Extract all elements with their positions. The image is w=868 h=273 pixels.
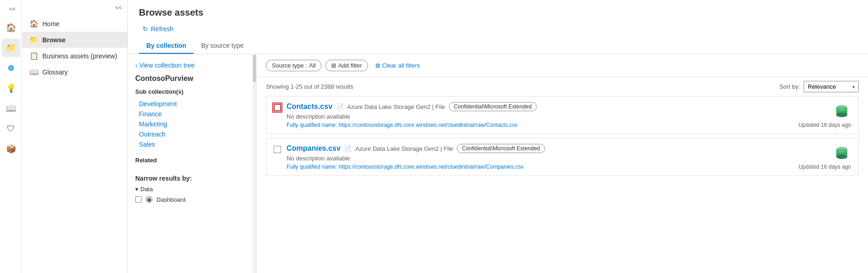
result-title-row-1: Contacts.csv 📄 Azure Data Lake Storage G… bbox=[287, 102, 827, 111]
result-type-icon-1: 📄 bbox=[336, 103, 344, 110]
related-label: Related bbox=[135, 157, 249, 164]
refresh-icon: ↻ bbox=[143, 25, 148, 33]
sidebar-collapse-button[interactable]: << bbox=[114, 3, 124, 13]
sidebar-header: << bbox=[22, 0, 127, 16]
result-checkbox-area-1 bbox=[274, 102, 281, 111]
scrollbar-thumb bbox=[253, 55, 256, 82]
sort-select[interactable]: Relevance Name Last modified bbox=[804, 81, 859, 92]
view-collection-tree-link[interactable]: ‹ View collection tree bbox=[135, 62, 249, 69]
browse-icon: 📁 bbox=[29, 35, 39, 44]
home-icon: 🏠 bbox=[29, 19, 39, 28]
sidebar: << 🏠 Home 📁 Browse 📋 Business assets (pr… bbox=[22, 0, 128, 273]
result-azure-icon-2 bbox=[833, 144, 851, 162]
sort-area: Sort by: Relevance Name Last modified ▾ bbox=[779, 81, 859, 92]
tab-by-collection[interactable]: By collection bbox=[139, 38, 194, 54]
add-filter-button[interactable]: ⊞ Add filter bbox=[325, 60, 368, 71]
result-type-text-1: Azure Data Lake Storage Gen2 | File bbox=[347, 103, 445, 110]
page-header: Browse assets ↻ Refresh By collection By… bbox=[128, 0, 868, 54]
filter-item-dashboard: ◉ Dashboard bbox=[135, 194, 249, 205]
result-fqn-2: Fully qualified name: https://contososto… bbox=[287, 164, 827, 170]
source-type-filter-pill[interactable]: Source type : All bbox=[266, 60, 322, 71]
sidebar-item-home[interactable]: 🏠 Home bbox=[22, 16, 127, 32]
dashboard-icon: ◉ bbox=[145, 196, 153, 203]
filter-section-data: ▾ Data ◉ Dashboard bbox=[135, 186, 249, 205]
filter-checkbox-dashboard[interactable] bbox=[135, 196, 142, 203]
result-badge-2: Confidential\Microsoft Extended bbox=[457, 144, 545, 153]
result-badge-1: Confidential\Microsoft Extended bbox=[449, 102, 537, 111]
chevron-left-icon: ‹ bbox=[135, 62, 138, 69]
result-azure-icon-1 bbox=[833, 102, 851, 120]
filter-icon: ⊞ bbox=[331, 62, 336, 69]
tabs: By collection By source type bbox=[139, 38, 857, 54]
result-content-2: Companies.csv 📄 Azure Data Lake Storage … bbox=[287, 144, 827, 170]
add-filter-label: Add filter bbox=[338, 62, 362, 69]
results-list: Contacts.csv 📄 Azure Data Lake Storage G… bbox=[257, 96, 868, 273]
svg-point-1 bbox=[9, 66, 12, 69]
clear-filters-label: Clear all filters bbox=[382, 62, 420, 69]
tab-by-source-type[interactable]: By source type bbox=[194, 38, 251, 54]
collapse-nav-button[interactable]: << bbox=[3, 4, 22, 15]
sidebar-item-home-label: Home bbox=[42, 20, 59, 28]
sidebar-item-glossary[interactable]: 📖 Glossary bbox=[22, 64, 127, 80]
narrow-results-label: Narrow results by: bbox=[135, 175, 249, 182]
nav-icon-manage[interactable]: 📦 bbox=[2, 140, 20, 158]
result-checkbox-area-2 bbox=[274, 144, 281, 153]
result-checkbox-1[interactable] bbox=[274, 104, 281, 111]
result-name-2[interactable]: Companies.csv bbox=[287, 144, 340, 153]
svg-rect-6 bbox=[836, 108, 847, 109]
sub-collection-sales[interactable]: Sales bbox=[135, 139, 249, 149]
svg-rect-7 bbox=[836, 111, 847, 113]
sort-wrapper: Relevance Name Last modified ▾ bbox=[804, 81, 859, 92]
result-updated-2: Updated 16 days ago bbox=[799, 164, 851, 170]
sidebar-item-business-assets-label: Business assets (preview) bbox=[42, 52, 117, 60]
toolbar: ↻ Refresh bbox=[139, 23, 857, 34]
result-item-2: Companies.csv 📄 Azure Data Lake Storage … bbox=[266, 138, 859, 176]
sidebar-item-browse-label: Browse bbox=[42, 36, 66, 44]
sub-collection-development[interactable]: Development bbox=[135, 99, 249, 109]
sidebar-item-business-assets[interactable]: 📋 Business assets (preview) bbox=[22, 48, 127, 64]
nav-icon-insights[interactable]: 💡 bbox=[2, 79, 20, 97]
filter-section-chevron-icon: ▾ bbox=[135, 186, 138, 193]
svg-point-10 bbox=[836, 154, 847, 159]
nav-icon-catalog[interactable] bbox=[2, 59, 20, 77]
result-fqn-1: Fully qualified name: https://contososto… bbox=[287, 122, 827, 128]
source-type-separator: : bbox=[305, 62, 307, 69]
source-type-label: Source type bbox=[272, 62, 304, 69]
nav-icon-policies[interactable]: 🛡 bbox=[2, 119, 20, 138]
sub-collection-outreach[interactable]: Outreach bbox=[135, 129, 249, 139]
sort-by-label: Sort by: bbox=[779, 83, 800, 90]
result-title-row-2: Companies.csv 📄 Azure Data Lake Storage … bbox=[287, 144, 827, 153]
result-item: Contacts.csv 📄 Azure Data Lake Storage G… bbox=[266, 96, 859, 134]
refresh-button[interactable]: ↻ Refresh bbox=[139, 23, 177, 34]
result-checkbox-2[interactable] bbox=[274, 146, 281, 153]
filter-item-dashboard-label: Dashboard bbox=[156, 196, 186, 203]
svg-rect-13 bbox=[836, 153, 847, 155]
result-name-1[interactable]: Contacts.csv bbox=[287, 102, 333, 111]
nav-icon-home[interactable]: 🏠 bbox=[2, 18, 20, 37]
sidebar-nav: 🏠 Home 📁 Browse 📋 Business assets (previ… bbox=[22, 16, 127, 273]
sub-collection-marketing[interactable]: Marketing bbox=[135, 119, 249, 129]
left-panel-scrollbar[interactable] bbox=[253, 54, 256, 273]
sub-collections-label: Sub collection(s) bbox=[135, 88, 249, 95]
svg-rect-12 bbox=[836, 149, 847, 151]
right-panel: Source type : All ⊞ Add filter ⊠ Clear a… bbox=[257, 54, 868, 273]
nav-icon-browse[interactable]: 📁 bbox=[2, 39, 20, 57]
page-title: Browse assets bbox=[139, 7, 857, 18]
content-area: ‹ View collection tree ContosoPurview Su… bbox=[128, 54, 868, 273]
nav-icon-bar: << 🏠 📁 💡 📖 🛡 📦 bbox=[0, 0, 22, 273]
view-collection-tree-label: View collection tree bbox=[139, 62, 195, 69]
result-type-icon-2: 📄 bbox=[344, 145, 351, 152]
filter-section-data-header[interactable]: ▾ Data bbox=[135, 186, 249, 193]
result-updated-1: Updated 16 days ago bbox=[799, 122, 851, 128]
sidebar-item-glossary-label: Glossary bbox=[42, 68, 68, 76]
clear-filters-button[interactable]: ⊠ Clear all filters bbox=[372, 60, 424, 71]
filter-section-data-label: Data bbox=[140, 186, 153, 193]
main-content: Browse assets ↻ Refresh By collection By… bbox=[128, 0, 868, 273]
sub-collection-finance[interactable]: Finance bbox=[135, 109, 249, 119]
refresh-label: Refresh bbox=[151, 25, 173, 33]
result-content-1: Contacts.csv 📄 Azure Data Lake Storage G… bbox=[287, 102, 827, 128]
nav-icon-glossary[interactable]: 📖 bbox=[2, 99, 20, 118]
result-description-2: No description available bbox=[287, 155, 827, 162]
sidebar-item-browse[interactable]: 📁 Browse bbox=[22, 32, 127, 48]
results-count-text: Showing 1-25 out of 2388 results bbox=[266, 83, 353, 90]
